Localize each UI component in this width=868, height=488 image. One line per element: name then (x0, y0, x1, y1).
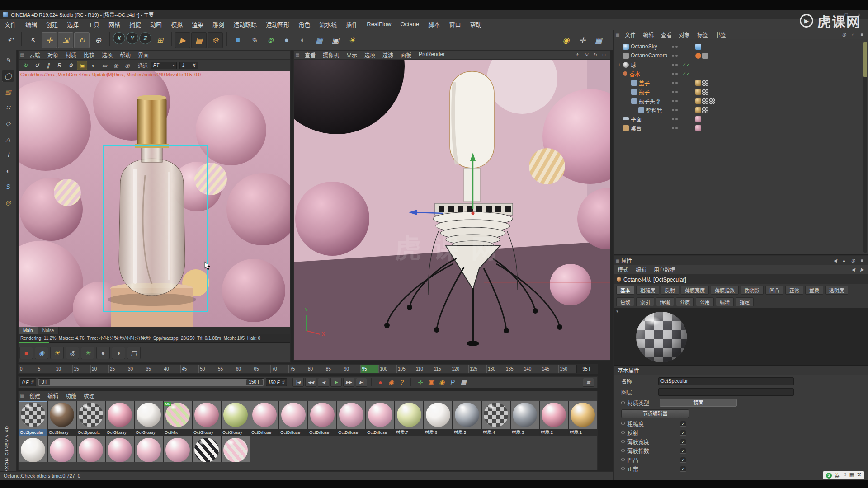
attribute-tab[interactable]: 色散 (616, 297, 634, 306)
goto-end-icon[interactable]: ▶| (356, 378, 367, 387)
menu-item[interactable]: 文件 (621, 31, 639, 38)
channel-checkbox[interactable]: ✓ (680, 421, 686, 427)
timeline-tick[interactable]: 5 (37, 365, 55, 373)
object-row[interactable]: 瓶子 (614, 87, 868, 96)
lock-x-icon[interactable]: X (113, 32, 125, 44)
visibility-dots[interactable] (672, 73, 678, 75)
material-item[interactable]: OctGlossy (134, 401, 163, 436)
timeline-tick[interactable]: 115 (433, 365, 451, 373)
channel-checkbox[interactable]: ✓ (680, 430, 686, 436)
attribute-tab[interactable]: 伪阴影 (741, 286, 764, 295)
enable-checks[interactable]: ✓✓ (683, 62, 690, 67)
keyframe-grid-icon[interactable]: ▦ (458, 378, 468, 387)
ime-tools-icon[interactable]: ⚒ (857, 472, 861, 479)
attribute-tab[interactable]: 反射 (661, 286, 679, 295)
material-item[interactable] (221, 436, 250, 462)
material-item[interactable]: 材质.3 (510, 401, 539, 436)
refresh-icon[interactable]: ↺ (32, 61, 42, 70)
material-item[interactable]: 材质.2 (539, 401, 568, 436)
timeline-tick[interactable]: 55 (217, 365, 235, 373)
menu-item[interactable]: 选项 (98, 51, 116, 59)
material-ball-icon[interactable]: ● (96, 347, 110, 359)
timeline-tick[interactable]: 10 (55, 365, 73, 373)
menu-item[interactable]: 面板 (397, 51, 415, 59)
timeline-tick[interactable]: 45 (180, 365, 198, 373)
menu-item[interactable]: 选择 (62, 20, 83, 28)
search-icon[interactable]: ◎ (849, 257, 857, 264)
history-forward-icon[interactable]: ▶ (858, 266, 866, 273)
menu-item[interactable]: 对象 (44, 51, 62, 59)
object-row[interactable]: 桌台 (614, 123, 868, 132)
viewport-solo-icon[interactable]: ◐ (2, 164, 14, 177)
scale-tool-icon[interactable]: ⇲ (58, 32, 73, 48)
object-picker-icon[interactable]: ◎ (122, 61, 132, 70)
material-item[interactable] (76, 436, 105, 462)
polygons-mode-icon[interactable]: △ (2, 133, 14, 145)
timeline-tick[interactable]: 125 (468, 365, 486, 373)
render-pass-tab[interactable]: Noise (38, 327, 59, 334)
timeline-tick[interactable]: 25 (108, 365, 127, 373)
rotation-toggle-icon[interactable]: ◉ (437, 378, 447, 387)
separator[interactable] (171, 32, 172, 46)
tag-icons[interactable] (695, 98, 716, 104)
parameter-toggle-icon[interactable]: P (448, 378, 458, 387)
timeline-tick[interactable]: 95 (360, 365, 378, 373)
om-scrollbar[interactable] (863, 42, 867, 253)
expand-toggle[interactable]: + (617, 62, 622, 67)
settings-icon[interactable]: ⚙ (66, 61, 76, 70)
sphere-primitive-icon[interactable]: ● (279, 32, 294, 48)
panel-grip-icon[interactable]: ▦ (614, 32, 621, 37)
pen-tool-icon[interactable]: ✎ (246, 32, 262, 48)
attribute-tab[interactable]: 薄膜宽度 (681, 286, 709, 295)
history-back-icon[interactable]: ◀ (849, 266, 857, 273)
material-item[interactable] (192, 436, 221, 462)
coord-system-icon[interactable]: ⊞ (152, 32, 168, 48)
menu-item[interactable]: 编辑 (632, 266, 650, 273)
light-object-icon[interactable]: ☀ (344, 32, 359, 48)
samples-spinner[interactable]: 1⇅ (179, 62, 198, 69)
restart-render-icon[interactable]: ↻ (20, 61, 31, 70)
material-item[interactable]: ME OctMix (163, 401, 192, 436)
render-pass-tab[interactable]: Main (19, 327, 38, 334)
layer-input[interactable] (658, 388, 794, 396)
timeline-tick[interactable]: 60 (235, 365, 253, 373)
material-item[interactable] (105, 436, 134, 462)
render-region-rect[interactable] (103, 145, 208, 312)
expand-toggle[interactable]: − (617, 71, 622, 76)
visibility-dots[interactable] (672, 82, 678, 84)
menu-item[interactable]: 查看 (657, 31, 675, 38)
panel-grip-icon[interactable]: ▦ (294, 52, 301, 57)
attribute-tab[interactable]: 凹凸 (765, 286, 783, 295)
lock-z-icon[interactable]: Z (139, 32, 151, 44)
lock-resolution-icon[interactable]: ▣ (77, 61, 87, 70)
attribute-tab[interactable]: 传输 (656, 297, 674, 306)
menu-item[interactable]: Octane (396, 21, 424, 28)
material-item[interactable]: 材质.6 (424, 401, 453, 436)
render-view-icon[interactable]: ▶ (175, 32, 190, 48)
menu-item[interactable]: 运动图形 (261, 20, 294, 28)
move-keys-icon[interactable]: ✛ (415, 378, 425, 387)
menu-item[interactable]: 比较 (80, 51, 98, 59)
stop-render-icon[interactable]: ■ (19, 347, 33, 359)
attribute-tab[interactable]: 编辑 (716, 297, 734, 306)
camera-object-icon[interactable]: ▣ (328, 32, 343, 48)
panel-menu-icon[interactable]: ≡ (858, 31, 866, 38)
timeline-tick[interactable]: 150 (558, 365, 576, 373)
visibility-dots[interactable] (672, 91, 678, 93)
layout-icon[interactable]: ▦ (591, 32, 606, 48)
separator[interactable] (109, 32, 110, 46)
tag-icons[interactable] (695, 53, 716, 59)
material-item[interactable] (47, 436, 76, 462)
tag-icons[interactable] (695, 125, 716, 131)
panel-grip-icon[interactable]: ▦ (614, 258, 621, 263)
panel-grip-icon[interactable]: ▦ (19, 52, 26, 57)
timeline-options-icon[interactable]: ▦ (583, 378, 594, 387)
timeline-tick[interactable]: 145 (541, 365, 559, 373)
undo-icon[interactable]: ↶ (3, 32, 18, 48)
timeline-tick[interactable]: 15 (72, 365, 90, 373)
tag-icons[interactable] (695, 89, 716, 95)
snap-toggle-icon[interactable]: ◉ (558, 32, 574, 48)
zoom-view-icon[interactable]: ⇲ (582, 52, 590, 59)
menu-item[interactable]: 窗口 (444, 20, 465, 28)
material-item[interactable]: OctDiffuse (366, 401, 395, 436)
